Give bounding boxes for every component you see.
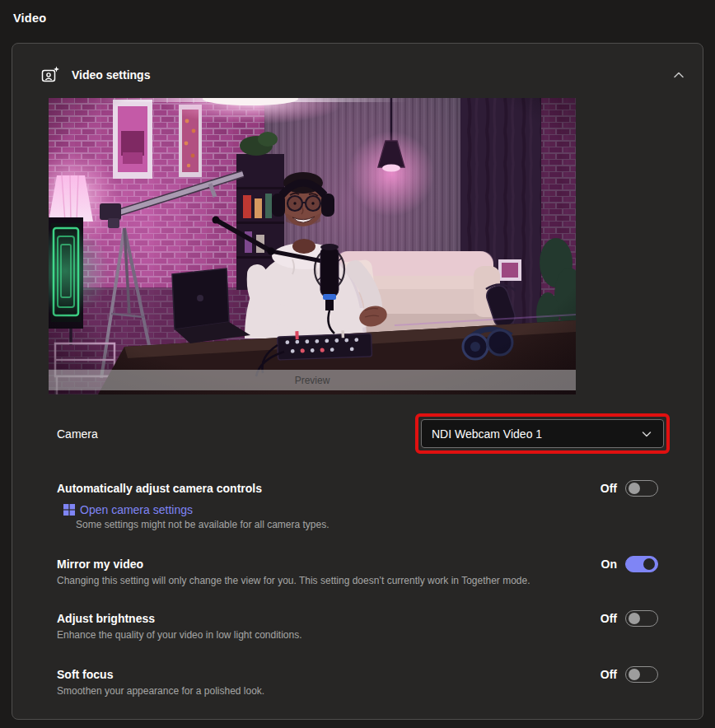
toggle-knob bbox=[629, 669, 640, 680]
camera-row: Camera NDI Webcam Video 1 bbox=[57, 413, 670, 454]
setting-label: Adjust brightness bbox=[57, 610, 302, 627]
chevron-down-icon bbox=[640, 427, 653, 441]
toggle-state-label: Off bbox=[601, 612, 617, 625]
setting-description: Enhance the quality of your video in low… bbox=[57, 628, 302, 642]
open-camera-settings-link[interactable]: Open camera settings bbox=[80, 503, 193, 516]
camera-label: Camera bbox=[57, 427, 98, 441]
toggle-state-label: On bbox=[601, 558, 617, 571]
auto-adjust-toggle[interactable] bbox=[625, 480, 658, 497]
windows-icon bbox=[63, 504, 75, 516]
preview-label-bar: Preview bbox=[49, 370, 576, 390]
setting-row-auto-adjust: Automatically adjust camera controls Ope… bbox=[57, 480, 658, 531]
adjust-brightness-toggle[interactable] bbox=[625, 610, 658, 627]
toggle-knob bbox=[629, 483, 640, 494]
settings-panel: Video settings bbox=[12, 43, 703, 720]
collapse-button[interactable] bbox=[670, 66, 688, 84]
page-title: Video bbox=[12, 12, 703, 25]
camera-preview-scene bbox=[49, 98, 576, 394]
toggle-knob bbox=[629, 613, 640, 624]
setting-row-mirror: Mirror my video Changing this setting wi… bbox=[57, 556, 658, 587]
chevron-up-icon bbox=[671, 67, 687, 83]
panel-header: Video settings bbox=[12, 44, 703, 85]
setting-description: Some settings might not be available for… bbox=[76, 518, 329, 531]
setting-label: Automatically adjust camera controls bbox=[57, 480, 329, 497]
video-settings-page: Video Video settings bbox=[0, 0, 715, 720]
setting-label: Soft focus bbox=[57, 666, 264, 683]
video-preview: Preview bbox=[49, 98, 576, 394]
toggle-knob bbox=[643, 558, 655, 570]
setting-label: Mirror my video bbox=[57, 556, 530, 572]
soft-focus-toggle[interactable] bbox=[625, 666, 658, 683]
setting-description: Changing this setting will only change t… bbox=[57, 574, 530, 587]
camera-dropdown[interactable]: NDI Webcam Video 1 bbox=[421, 419, 664, 448]
toggle-state-label: Off bbox=[601, 668, 617, 681]
toggle-state-label: Off bbox=[601, 482, 617, 495]
setting-description: Smoothen your appearance for a polished … bbox=[57, 684, 264, 698]
video-person-sparkle-icon bbox=[40, 65, 60, 85]
camera-dropdown-value: NDI Webcam Video 1 bbox=[432, 427, 542, 441]
panel-title: Video settings bbox=[72, 68, 670, 82]
preview-label: Preview bbox=[295, 375, 330, 386]
setting-row-soft-focus: Soft focus Smoothen your appearance for … bbox=[57, 666, 658, 698]
mirror-my-video-toggle[interactable] bbox=[625, 556, 658, 572]
camera-highlight-box: NDI Webcam Video 1 bbox=[415, 413, 670, 454]
setting-row-brightness: Adjust brightness Enhance the quality of… bbox=[57, 610, 658, 642]
